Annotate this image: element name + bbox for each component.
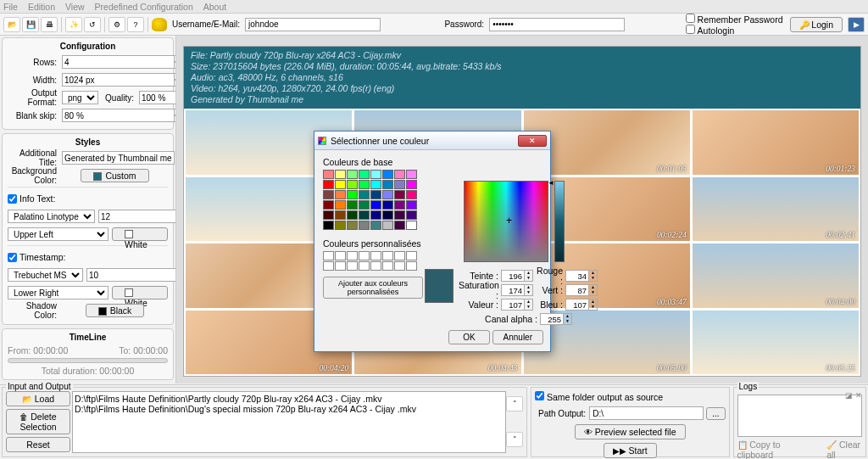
color-swatch[interactable] xyxy=(323,170,334,179)
green-input[interactable] xyxy=(565,284,589,296)
menu-view[interactable]: View xyxy=(65,2,85,12)
list-item[interactable]: D:\ftp\Films Haute Definition\Dug's spec… xyxy=(75,404,504,414)
color-swatch[interactable] xyxy=(382,200,393,210)
color-swatch[interactable] xyxy=(406,200,417,210)
color-swatch[interactable] xyxy=(370,190,381,199)
color-swatch[interactable] xyxy=(382,190,393,199)
hue-slider[interactable] xyxy=(554,181,565,262)
delete-button[interactable]: 🗑 Delete Selection xyxy=(6,409,70,434)
color-swatch[interactable] xyxy=(382,170,393,179)
copy-button[interactable]: 📋 Copy to clipboard xyxy=(737,439,802,459)
color-swatch[interactable] xyxy=(359,221,370,230)
load-button[interactable]: 📂 Load xyxy=(6,391,70,406)
color-swatch[interactable] xyxy=(406,210,417,220)
preview-button[interactable]: 👁 Preview selected file xyxy=(575,424,686,439)
ok-button[interactable]: OK xyxy=(448,330,489,344)
shadow-color-button[interactable]: Black xyxy=(86,304,145,317)
val-input[interactable] xyxy=(501,299,525,311)
color-swatch[interactable] xyxy=(335,221,346,230)
color-swatch[interactable] xyxy=(394,221,405,230)
sat-input[interactable] xyxy=(501,284,525,296)
color-swatch[interactable] xyxy=(359,210,370,220)
move-up-icon[interactable]: ˄ xyxy=(506,396,523,411)
color-swatch[interactable] xyxy=(335,200,346,210)
tool-save-icon[interactable]: 💾 xyxy=(22,17,39,32)
tool-open-icon[interactable]: 📂 xyxy=(3,17,20,32)
rows-input[interactable] xyxy=(62,55,175,69)
color-swatch[interactable] xyxy=(323,190,334,199)
color-swatch[interactable] xyxy=(359,200,370,210)
color-swatch[interactable] xyxy=(406,180,417,189)
log-textarea[interactable] xyxy=(737,395,863,437)
clear-button[interactable]: 🧹 Clear all xyxy=(826,439,862,459)
info-size-input[interactable] xyxy=(98,210,176,223)
tool-refresh-icon[interactable]: ↺ xyxy=(84,17,101,32)
tool-wand-icon[interactable]: ✨ xyxy=(65,17,82,32)
color-swatch[interactable] xyxy=(394,190,405,199)
color-swatch[interactable] xyxy=(335,180,346,189)
color-swatch[interactable] xyxy=(347,180,358,189)
same-folder-checkbox[interactable]: Same folder output as source xyxy=(535,392,663,402)
color-swatch[interactable] xyxy=(323,180,334,189)
tool-settings-icon[interactable]: ⚙ xyxy=(108,17,125,32)
timeline-slider[interactable] xyxy=(8,358,168,363)
color-swatch[interactable] xyxy=(335,210,346,220)
remember-checkbox[interactable]: Remember Password xyxy=(686,14,783,25)
blank-input[interactable] xyxy=(62,109,175,122)
path-input[interactable] xyxy=(589,406,704,420)
autologin-checkbox[interactable]: Autologin xyxy=(686,25,783,36)
hue-input[interactable] xyxy=(501,270,525,282)
infotext-checkbox[interactable] xyxy=(8,194,17,204)
color-swatch[interactable] xyxy=(370,200,381,210)
menu-file[interactable]: File xyxy=(3,2,18,12)
cancel-button[interactable]: Annuler xyxy=(492,330,543,344)
start-button[interactable]: ▶▶ Start xyxy=(604,443,657,458)
color-swatch[interactable] xyxy=(359,190,370,199)
color-swatch[interactable] xyxy=(347,210,358,220)
menu-edition[interactable]: Edition xyxy=(28,2,55,12)
close-button[interactable]: ✕ xyxy=(518,135,547,147)
color-swatch[interactable] xyxy=(382,180,393,189)
time-font-select[interactable]: Trebuchet MS xyxy=(8,268,83,282)
color-swatch[interactable] xyxy=(347,221,358,230)
menu-predef[interactable]: Predefined Configuration xyxy=(95,2,193,12)
color-swatch[interactable] xyxy=(394,180,405,189)
red-input[interactable] xyxy=(565,270,589,282)
alpha-input[interactable] xyxy=(540,313,564,325)
color-swatch[interactable] xyxy=(406,170,417,179)
info-pos-select[interactable]: Upper Left xyxy=(8,227,108,241)
color-swatch[interactable] xyxy=(394,200,405,210)
info-color-button[interactable]: White xyxy=(112,227,168,241)
tool-print-icon[interactable]: 🖶 xyxy=(41,17,58,32)
menu-about[interactable]: About xyxy=(203,2,226,12)
width-input[interactable] xyxy=(62,73,175,87)
timestamp-checkbox[interactable] xyxy=(8,253,17,262)
color-gradient[interactable] xyxy=(464,181,548,262)
color-swatch[interactable] xyxy=(323,221,334,230)
color-swatch[interactable] xyxy=(406,190,417,199)
color-swatch[interactable] xyxy=(370,170,381,179)
color-swatch[interactable] xyxy=(382,221,393,230)
tool-help-icon[interactable]: ? xyxy=(127,17,144,32)
add-custom-button[interactable]: Ajouter aux couleurs personnalisées xyxy=(323,277,423,299)
reset-button[interactable]: Reset xyxy=(6,437,70,452)
color-swatch[interactable] xyxy=(347,200,358,210)
list-item[interactable]: D:\ftp\Films Haute Definition\Partly clo… xyxy=(75,394,504,404)
color-swatch[interactable] xyxy=(323,200,334,210)
color-swatch[interactable] xyxy=(406,221,417,230)
color-swatch[interactable] xyxy=(382,210,393,220)
color-swatch[interactable] xyxy=(394,170,405,179)
addtitle-input[interactable] xyxy=(62,151,175,165)
file-list[interactable]: D:\ftp\Films Haute Definition\Partly clo… xyxy=(72,391,506,453)
time-pos-select[interactable]: Lower Right xyxy=(8,286,108,299)
time-size-input[interactable] xyxy=(86,268,176,282)
format-select[interactable]: png xyxy=(62,91,98,104)
time-color-button[interactable]: White xyxy=(112,286,168,299)
info-font-select[interactable]: Palatino Linotype xyxy=(8,210,95,223)
move-down-icon[interactable]: ˅ xyxy=(506,432,523,447)
color-swatch[interactable] xyxy=(323,210,334,220)
go-button[interactable]: ▶ xyxy=(848,17,865,32)
username-input[interactable] xyxy=(245,18,381,31)
color-swatch[interactable] xyxy=(347,170,358,179)
login-button[interactable]: 🔑 Login xyxy=(790,17,843,32)
